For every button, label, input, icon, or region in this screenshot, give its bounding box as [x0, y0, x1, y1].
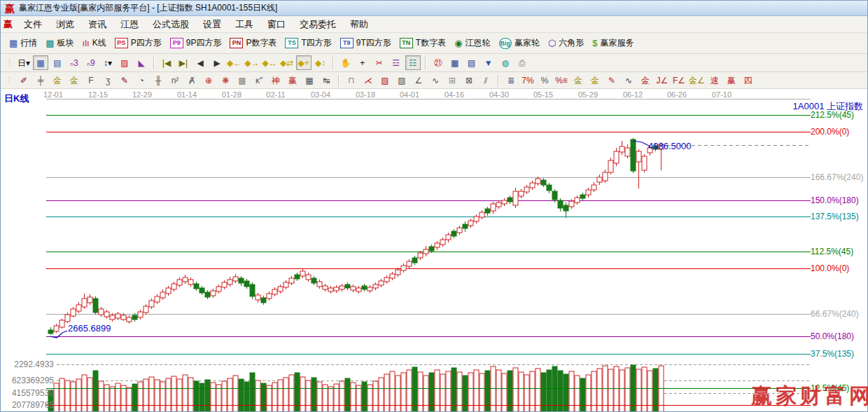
draw-a-wave-button[interactable]: ∿: [621, 73, 636, 88]
hexagon-button[interactable]: ⬡六角形: [544, 36, 588, 50]
toolbar-drag-handle[interactable]: ⋮: [6, 58, 13, 67]
expand-all-diamond-button[interactable]: ◆+: [296, 55, 312, 70]
gann-wheel-button[interactable]: ◉江恩轮: [450, 36, 494, 50]
prev-bar-button[interactable]: ◀: [192, 55, 208, 70]
period-dropdown[interactable]: 日▾: [16, 55, 31, 70]
draw-a-line-button[interactable]: Ⱥ: [184, 73, 200, 88]
kline-chart-canvas[interactable]: [1, 89, 867, 411]
menu-item-3[interactable]: 江恩: [113, 17, 146, 32]
draw-grid-red-button[interactable]: ⊞: [444, 73, 460, 88]
draw-fan-lines-button[interactable]: ⋌: [360, 73, 376, 88]
draw-gold-circle-button[interactable]: 金: [570, 73, 586, 88]
draw-f-fence-button[interactable]: F: [83, 73, 99, 88]
ninep-square-button[interactable]: P99P四方形: [166, 36, 226, 50]
menu-item-8[interactable]: 交易委托: [293, 17, 343, 32]
bars9-button[interactable]: ₙ9: [83, 55, 99, 70]
shift-right-diamond-button[interactable]: ◆→: [244, 55, 260, 70]
draw-percent-button[interactable]: %: [537, 73, 552, 88]
draw-shade-box-button[interactable]: ▧: [394, 73, 410, 88]
draw-pencil-button[interactable]: ✎: [117, 73, 132, 88]
draw-gold-red-button[interactable]: 金: [638, 73, 653, 88]
calendar-button[interactable]: ㉑: [430, 55, 446, 70]
menu-item-2[interactable]: 资讯: [81, 17, 113, 32]
draw-percent-lines-button[interactable]: %≡: [554, 73, 569, 88]
notes-button[interactable]: ▤: [464, 55, 479, 70]
chart-area[interactable]: 日K线 1A0001 上证指数 12-0112-1512-2901-1401-2…: [1, 89, 867, 411]
quotes-button[interactable]: ▦行情: [5, 36, 41, 50]
info-panel-button[interactable]: ▤: [50, 55, 65, 70]
menu-item-0[interactable]: 文件: [17, 17, 49, 32]
cut-button[interactable]: ✂: [372, 55, 387, 70]
chart-window-button[interactable]: ▦: [33, 55, 48, 70]
menu-item-5[interactable]: 设置: [196, 17, 228, 32]
draw-seven-pct-button[interactable]: 7%: [520, 73, 536, 88]
toolbar-drag-handle[interactable]: ⋮: [6, 76, 13, 85]
draw-f-angle-button[interactable]: F∠: [671, 73, 687, 88]
kline-button[interactable]: ılıK线: [78, 36, 111, 50]
last-bar-button[interactable]: ▶|: [176, 55, 191, 70]
draw-angles-button[interactable]: ∠: [411, 73, 426, 88]
t-digit-table-button[interactable]: TNT数字表: [396, 36, 450, 50]
menu-item-6[interactable]: 工具: [228, 17, 260, 32]
draw-gold-angle-button[interactable]: 金∠: [688, 73, 706, 88]
winner-service-button[interactable]: $赢家服务: [588, 36, 638, 50]
window-titlebar[interactable]: 赢 赢家江恩专业版[赢家内部服务平台] - [上证指数 SH1A0001-155…: [1, 1, 867, 16]
draw-zigzag-button[interactable]: ∿: [428, 73, 443, 88]
network-button[interactable]: ◍: [498, 55, 513, 70]
draw-box-handle-button[interactable]: ⊓: [344, 73, 359, 88]
draw-fence-button[interactable]: ╪: [33, 73, 48, 88]
bars3-button[interactable]: ₙ3: [66, 55, 82, 70]
draw-n2-button[interactable]: n²: [167, 73, 183, 88]
next-bar-button[interactable]: ▶: [209, 55, 225, 70]
t-square-button[interactable]: TST四方形: [281, 36, 335, 50]
draw-gold-gate2-button[interactable]: 金: [66, 73, 82, 88]
draw-parallel-button[interactable]: ⫽: [478, 73, 493, 88]
expand-v-diamond-button[interactable]: ◆↕: [313, 55, 328, 70]
draw-gold-gate1-button[interactable]: 金: [50, 73, 65, 88]
crosshair-button[interactable]: +: [355, 55, 370, 70]
draw-ying-button[interactable]: 赢: [285, 73, 300, 88]
p-digit-table-button[interactable]: PNP数字表: [225, 36, 281, 50]
draw-gann-circle-button[interactable]: ⊕: [201, 73, 216, 88]
pan-hand-button[interactable]: ✋: [338, 55, 354, 70]
draw-square-wheel-button[interactable]: ▩: [234, 73, 250, 88]
shift-left-diamond-button[interactable]: ◆←: [226, 55, 242, 70]
p-square-button[interactable]: PSP四方形: [111, 36, 166, 50]
print-button[interactable]: ⎙: [514, 55, 530, 70]
menu-item-9[interactable]: 帮助: [343, 17, 375, 32]
draw-clock-circle-button[interactable]: ◔: [134, 73, 149, 88]
compress-h-diamond-button[interactable]: ◆⇄: [279, 55, 295, 70]
sectors-button[interactable]: ▩板块: [41, 36, 78, 50]
wave-button[interactable]: ☷: [405, 55, 421, 70]
draw-scale-bars-button[interactable]: ≣: [503, 73, 519, 88]
draw-fan-box-button[interactable]: ▨: [377, 73, 393, 88]
mind-button[interactable]: ☲: [388, 55, 404, 70]
draw-span-arrow-button[interactable]: ↹: [318, 73, 334, 88]
draw-gold-lines-button[interactable]: 金: [587, 73, 603, 88]
draw-ruler-button[interactable]: ╫: [150, 73, 166, 88]
menu-item-1[interactable]: 浏览: [49, 17, 81, 32]
first-bar-button[interactable]: |◀: [159, 55, 174, 70]
pattern-button[interactable]: ▨: [117, 55, 132, 70]
calculator-button[interactable]: ▦: [447, 55, 463, 70]
candle-style-dropdown[interactable]: ↕▾: [100, 55, 115, 70]
draw-grid-dark-button[interactable]: ⊠: [461, 73, 477, 88]
menu-item-4[interactable]: 公式选股: [146, 17, 196, 32]
draw-spiral-button[interactable]: ʒ: [100, 73, 115, 88]
winner-wheel-button[interactable]: Big赢家轮: [495, 36, 545, 50]
draw-grid123-button[interactable]: ▦: [302, 73, 317, 88]
draw-star-wheel-button[interactable]: ❋: [218, 73, 233, 88]
expand-h-diamond-button[interactable]: ◆↔: [261, 55, 277, 70]
draw-si-angle-button[interactable]: 四: [741, 73, 756, 88]
draw-knife-button[interactable]: ✐: [16, 73, 31, 88]
ninet-square-button[interactable]: T99T四方形: [336, 36, 396, 50]
save-button[interactable]: ▼: [481, 55, 496, 70]
draw-speed-angle-button[interactable]: 速: [707, 73, 722, 88]
draw-j-angle-button[interactable]: J∠: [654, 73, 670, 88]
menu-item-7[interactable]: 窗口: [260, 17, 293, 32]
draw-shen-button[interactable]: 神: [268, 73, 284, 88]
color-chart-button[interactable]: ◣: [134, 55, 149, 70]
draw-candle-pencil-button[interactable]: ✎: [604, 73, 620, 88]
draw-ying-angle-button[interactable]: 赢: [724, 73, 739, 88]
draw-k-marks-button[interactable]: ĸ″: [251, 73, 267, 88]
